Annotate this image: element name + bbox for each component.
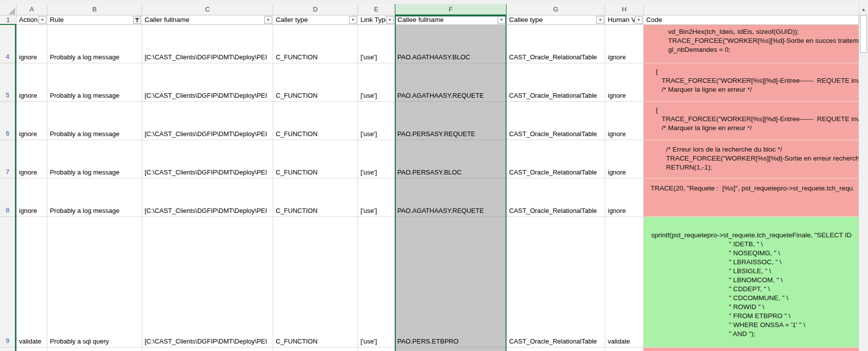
cell-F4[interactable]: PAO.AGATHAASY.BLOC [395, 25, 507, 63]
cell-C-partial[interactable] [142, 348, 273, 351]
column-header-caller-fullname[interactable]: Caller fullname ▼ [142, 15, 273, 25]
cell-E6[interactable]: ['use'] [358, 102, 395, 140]
cell-A4[interactable]: ignore [16, 25, 47, 63]
filter-dropdown-icon[interactable]: ▼ [386, 16, 394, 24]
cell-G8[interactable]: CAST_Oracle_RelationalTable [507, 178, 605, 217]
cell-B9[interactable]: Probably a sql query [47, 217, 142, 348]
cell-F9[interactable]: PAO.PERS.ETBPRO [395, 217, 507, 348]
cell-B4[interactable]: Probably a log message [47, 25, 142, 63]
cell-code-7[interactable]: /* Erreur lors de la recherche du bloc *… [644, 140, 859, 178]
cell-B7[interactable]: Probably a log message [47, 140, 142, 178]
cell-A6[interactable]: ignore [16, 102, 47, 140]
column-header-callee-type[interactable]: Callee type ▼ [507, 15, 605, 25]
cell-G4[interactable]: CAST_Oracle_RelationalTable [507, 25, 605, 63]
cell-H9[interactable]: validate [605, 217, 644, 348]
scroll-up-icon[interactable]: ▲ [859, 5, 868, 14]
cell-C9[interactable]: [C:\CAST_Clients\DGFIP\DMT\Deploy\PEI [142, 217, 273, 348]
column-letter-A[interactable]: A [16, 4, 47, 15]
cell-code-4[interactable]: vd_Bin2Hex(tch_Ideis, IdEis, sizeof(GUID… [644, 25, 859, 63]
cell-E4[interactable]: ['use'] [358, 25, 395, 63]
filter-dropdown-icon[interactable]: ▼ [264, 16, 272, 24]
cell-F5[interactable]: PAO.AGATHAASY.REQUETE [395, 63, 507, 102]
column-header-code[interactable]: Code [644, 15, 859, 25]
filter-dropdown-icon[interactable]: ▼ [38, 16, 46, 24]
cell-F-partial[interactable] [395, 348, 507, 351]
cell-A5[interactable]: ignore [16, 63, 47, 102]
column-letter-F[interactable]: F [395, 4, 507, 15]
cell-E-partial[interactable] [358, 348, 395, 351]
scrollbar-thumb[interactable] [860, 15, 867, 53]
cell-G-partial[interactable] [507, 348, 605, 351]
cell-C6[interactable]: [C:\CAST_Clients\DGFIP\DMT\Deploy\PEI [142, 102, 273, 140]
cell-F7[interactable]: PAO.PERSASY.BLOC [395, 140, 507, 178]
column-letter-C[interactable]: C [142, 4, 273, 15]
filter-funnel-icon[interactable] [133, 16, 141, 24]
cell-D9[interactable]: C_FUNCTION [273, 217, 358, 348]
cell-A9[interactable]: validate [16, 217, 47, 348]
cell-G5[interactable]: CAST_Oracle_RelationalTable [507, 63, 605, 102]
cell-H6[interactable]: ignore [605, 102, 644, 140]
cell-C4[interactable]: [C:\CAST_Clients\DGFIP\DMT\Deploy\PEI [142, 25, 273, 63]
column-header-callee-fullname[interactable]: Callee fullname ▼ [395, 15, 507, 25]
cell-F6[interactable]: PAO.PERSASY.REQUETE [395, 102, 507, 140]
cell-C8[interactable]: [C:\CAST_Clients\DGFIP\DMT\Deploy\PEI [142, 178, 273, 217]
cell-B8[interactable]: Probably a log message [47, 178, 142, 217]
column-header-human-validation[interactable]: Human V ▼ [605, 15, 644, 25]
column-letter-D[interactable]: D [273, 4, 358, 15]
column-letter-E[interactable]: E [358, 4, 395, 15]
cell-B5[interactable]: Probably a log message [47, 63, 142, 102]
code-line: sprintf(pst_requetepro->st_requete.tch_r… [644, 231, 859, 240]
cell-A8[interactable]: ignore [16, 178, 47, 217]
cell-D5[interactable]: C_FUNCTION [273, 63, 358, 102]
column-letter-B[interactable]: B [47, 4, 142, 15]
column-header-link-type[interactable]: Link Type ▼ [358, 15, 395, 25]
cell-D8[interactable]: C_FUNCTION [273, 178, 358, 217]
cell-C5[interactable]: [C:\CAST_Clients\DGFIP\DMT\Deploy\PEI [142, 63, 273, 102]
cell-H7[interactable]: ignore [605, 140, 644, 178]
cell-G9[interactable]: CAST_Oracle_RelationalTable [507, 217, 605, 348]
cell-code-9[interactable]: sprintf(pst_requetepro->st_requete.tch_r… [644, 217, 859, 348]
cell-E7[interactable]: ['use'] [358, 140, 395, 178]
cell-G6[interactable]: CAST_Oracle_RelationalTable [507, 102, 605, 140]
cell-D-partial[interactable] [273, 348, 358, 351]
cell-D4[interactable]: C_FUNCTION [273, 25, 358, 63]
cell-code-6[interactable]: {TRACE_FORCEE("WORKER[%s][%d]-Entree----… [644, 102, 859, 140]
row-number-9[interactable]: 9 [0, 217, 15, 348]
column-letter-H[interactable]: H [605, 4, 644, 15]
row-number-7[interactable]: 7 [0, 140, 15, 178]
cell-C7[interactable]: [C:\CAST_Clients\DGFIP\DMT\Deploy\PEI [142, 140, 273, 178]
cell-code-partial[interactable] [644, 348, 859, 351]
cell-H8[interactable]: ignore [605, 178, 644, 217]
cell-H-partial[interactable] [605, 348, 644, 351]
row-number-4[interactable]: 4 [0, 25, 15, 63]
cell-F8[interactable]: PAO.AGATHAASY.REQUETE [395, 178, 507, 217]
cell-D6[interactable]: C_FUNCTION [273, 102, 358, 140]
filter-dropdown-icon[interactable]: ▼ [635, 16, 643, 24]
top-chrome-strip [0, 0, 868, 4]
row-number-5[interactable]: 5 [0, 63, 15, 102]
cell-B6[interactable]: Probably a log message [47, 102, 142, 140]
row-number-6[interactable]: 6 [0, 102, 15, 140]
cell-code-5[interactable]: {TRACE_FORCEE("WORKER[%s][%d]-Entree----… [644, 63, 859, 102]
cell-E8[interactable]: ['use'] [358, 178, 395, 217]
cell-A-partial[interactable] [16, 348, 47, 351]
cell-G7[interactable]: CAST_Oracle_RelationalTable [507, 140, 605, 178]
vertical-scrollbar[interactable]: ▲ [859, 4, 868, 351]
cell-B-partial[interactable] [47, 348, 142, 351]
filter-dropdown-icon[interactable]: ▼ [349, 16, 357, 24]
column-header-rule[interactable]: Rule [47, 15, 142, 25]
select-all-corner[interactable] [0, 4, 16, 15]
cell-D7[interactable]: C_FUNCTION [273, 140, 358, 178]
filter-dropdown-icon[interactable]: ▼ [596, 16, 604, 24]
column-header-caller-type[interactable]: Caller type ▼ [273, 15, 358, 25]
column-letter-G[interactable]: G [507, 4, 605, 15]
column-header-action[interactable]: Action ▼ [16, 15, 47, 25]
cell-E5[interactable]: ['use'] [358, 63, 395, 102]
filter-dropdown-icon[interactable]: ▼ [498, 16, 506, 24]
cell-H5[interactable]: ignore [605, 63, 644, 102]
cell-code-8[interactable]: TRACE(20, "Requete : [%s]", pst_requetep… [644, 178, 859, 217]
row-number-8[interactable]: 8 [0, 178, 15, 217]
cell-A7[interactable]: ignore [16, 140, 47, 178]
cell-E9[interactable]: ['use'] [358, 217, 395, 348]
cell-H4[interactable]: ignore [605, 25, 644, 63]
